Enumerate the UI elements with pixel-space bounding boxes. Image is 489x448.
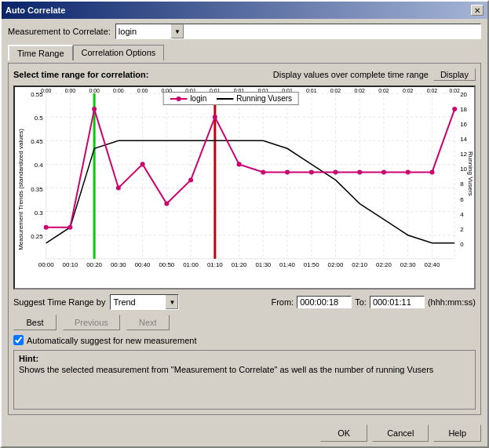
svg-point-47 <box>406 169 411 174</box>
cancel-button[interactable]: Cancel <box>372 424 429 442</box>
main-content: Measurement to Correlate: login ▼ Time R… <box>2 19 487 420</box>
svg-text:0:00: 0:00 <box>41 88 52 93</box>
measurement-combo-arrow[interactable]: ▼ <box>171 24 184 38</box>
svg-point-45 <box>357 169 362 174</box>
best-button[interactable]: Best <box>13 315 57 330</box>
svg-text:01:20: 01:20 <box>232 261 247 268</box>
next-button[interactable]: Next <box>126 315 170 330</box>
svg-point-41 <box>261 169 265 174</box>
svg-text:0:02: 0:02 <box>403 88 414 93</box>
svg-text:02:40: 02:40 <box>425 261 440 268</box>
suggest-combo[interactable]: Trend ▼ <box>110 294 179 310</box>
auto-suggest-checkbox[interactable] <box>13 335 24 345</box>
svg-text:Running Vusers: Running Vusers <box>467 151 474 196</box>
svg-point-1 <box>176 97 181 101</box>
svg-point-38 <box>188 177 193 182</box>
help-button[interactable]: Help <box>433 424 481 442</box>
tab-bar: Time Range Correlation Options <box>8 44 481 60</box>
display-range-label: Display values over complete time range <box>273 70 429 79</box>
chart-select-label: Select time range for correlation: <box>13 70 148 79</box>
titlebar: Auto Correlate ✕ <box>2 2 487 19</box>
svg-point-39 <box>213 115 217 119</box>
svg-text:20: 20 <box>460 91 467 98</box>
svg-text:00:50: 00:50 <box>159 261 174 268</box>
legend-label-login: login <box>190 94 206 103</box>
svg-text:00:10: 00:10 <box>62 261 78 268</box>
svg-text:0.35: 0.35 <box>31 185 43 192</box>
auto-suggest-label: Automatically suggest for new measuremen… <box>27 336 196 345</box>
from-input[interactable]: 000:00:18 <box>297 296 352 308</box>
navigation-btn-row: Best Previous Next <box>13 315 476 330</box>
from-to-row: From: 000:00:18 To: 000:01:11 (hhh:mm:ss… <box>271 296 476 308</box>
svg-point-40 <box>237 162 242 166</box>
chart-svg: 0.55 0.5 0.45 0.4 0.35 0.3 0.25 20 18 16… <box>15 87 474 288</box>
suggest-combo-arrow[interactable]: ▼ <box>166 295 178 309</box>
svg-point-44 <box>334 169 338 174</box>
measurement-row: Measurement to Correlate: login ▼ <box>8 24 481 39</box>
svg-point-43 <box>309 169 314 174</box>
svg-text:01:40: 01:40 <box>279 261 295 268</box>
svg-text:16: 16 <box>460 121 467 128</box>
ok-button[interactable]: OK <box>320 424 367 442</box>
svg-text:0: 0 <box>460 241 464 248</box>
measurement-combo-text: login <box>116 24 171 38</box>
svg-text:Measurement Trends (standardiz: Measurement Trends (standardized values) <box>17 129 24 250</box>
svg-text:00:30: 00:30 <box>111 261 126 268</box>
measurement-combo[interactable]: login ▼ <box>115 24 481 39</box>
legend-line-pink-icon <box>170 95 187 103</box>
svg-text:6: 6 <box>460 196 464 203</box>
svg-text:0.25: 0.25 <box>31 233 43 240</box>
units-label: (hhh:mm:ss) <box>428 297 476 307</box>
svg-text:0:00: 0:00 <box>113 88 124 93</box>
svg-text:2: 2 <box>460 226 464 233</box>
hint-title: Hint: <box>19 354 470 363</box>
legend-item-vusers: Running Vusers <box>216 94 292 103</box>
main-window: Auto Correlate ✕ Measurement to Correlat… <box>0 0 489 448</box>
tab-correlation-options[interactable]: Correlation Options <box>73 45 165 60</box>
window-title: Auto Correlate <box>5 5 65 15</box>
svg-point-32 <box>44 225 49 230</box>
close-button[interactable]: ✕ <box>471 5 484 16</box>
tab-time-range[interactable]: Time Range <box>8 45 73 60</box>
svg-text:12: 12 <box>460 151 467 158</box>
svg-text:0:00: 0:00 <box>65 88 76 93</box>
svg-text:14: 14 <box>460 136 467 143</box>
to-label: To: <box>355 297 367 307</box>
display-button[interactable]: Display <box>433 68 476 81</box>
svg-text:02:00: 02:00 <box>328 261 344 268</box>
svg-text:01:00: 01:00 <box>183 261 199 268</box>
svg-point-42 <box>285 169 290 174</box>
svg-text:0:02: 0:02 <box>378 88 389 93</box>
svg-text:0:00: 0:00 <box>137 88 148 93</box>
svg-text:18: 18 <box>460 106 467 113</box>
svg-text:0:02: 0:02 <box>330 88 341 93</box>
svg-point-48 <box>429 169 434 174</box>
svg-text:00:00: 00:00 <box>38 261 54 268</box>
to-input[interactable]: 000:01:11 <box>370 296 425 308</box>
svg-point-36 <box>140 162 145 166</box>
auto-suggest-row: Automatically suggest for new measuremen… <box>13 335 476 345</box>
svg-text:00:40: 00:40 <box>135 261 151 268</box>
legend-item-login: login <box>170 94 206 103</box>
previous-button[interactable]: Previous <box>63 315 120 330</box>
chart-header-right: Display values over complete time range … <box>273 68 476 81</box>
svg-text:0:01: 0:01 <box>306 88 317 93</box>
svg-text:0:02: 0:02 <box>449 88 460 93</box>
svg-point-34 <box>92 107 97 111</box>
svg-text:0:02: 0:02 <box>427 88 438 93</box>
chart-legend: login Running Vusers <box>162 92 299 105</box>
svg-text:0.3: 0.3 <box>35 209 44 217</box>
svg-text:0.4: 0.4 <box>35 162 44 169</box>
hint-box: Hint: Shows the selected measurement fro… <box>13 350 476 410</box>
svg-text:01:30: 01:30 <box>255 261 271 268</box>
from-label: From: <box>271 297 294 307</box>
svg-text:10: 10 <box>460 166 467 173</box>
svg-point-33 <box>68 225 72 230</box>
svg-text:0.45: 0.45 <box>31 138 43 145</box>
svg-point-49 <box>452 107 457 111</box>
svg-text:02:10: 02:10 <box>352 261 367 268</box>
svg-text:01:50: 01:50 <box>304 261 319 268</box>
chart-area: login Running Vusers <box>13 86 476 290</box>
svg-text:8: 8 <box>460 180 464 188</box>
svg-point-37 <box>164 202 169 206</box>
